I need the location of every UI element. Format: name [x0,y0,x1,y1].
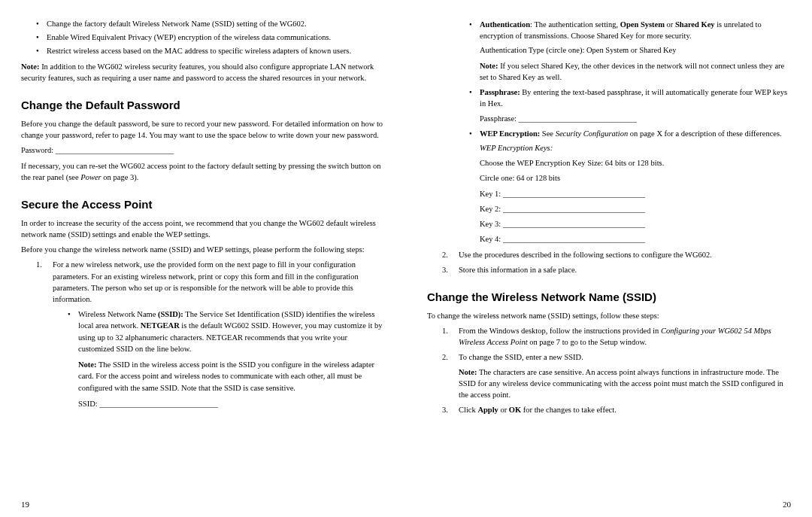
body-text: Before you change the wireless network n… [21,244,385,255]
key3-fill-line: Key 3: _________________________________… [480,218,791,230]
steps-list-right: 2.Use the procedures described in the fo… [442,249,791,275]
step-item: 1. For a new wireless network, use the p… [36,259,385,409]
note-paragraph: Note: The characters are case sensitive.… [459,366,791,401]
right-sub-bullets: Authentication: The authentication setti… [469,19,791,245]
page-number: 19 [21,499,29,511]
sub-bullet: Wireless Network Name (SSID): The Servic… [68,309,385,409]
step-item: 2.To change the SSID, enter a new SSID. … [442,351,791,400]
passphrase-fill-line: Passphrase: ____________________________… [480,113,791,124]
note-paragraph: Note: The SSID in the wireless access po… [78,359,385,394]
heading-secure-access-point: Secure the Access Point [21,196,385,213]
page-left: Change the factory default Wireless Netw… [0,15,406,511]
body-text: If necessary, you can re-set the WG602 a… [21,160,385,183]
ssid-fill-line: SSID: ______________________________ [78,398,385,409]
note-paragraph: Note: In addition to the WG602 wireless … [21,61,385,84]
heading-change-password: Change the Default Password [21,97,385,114]
intro-bullets: Change the factory default Wireless Netw… [36,18,385,57]
key4-fill-line: Key 4: _________________________________… [480,233,791,245]
sub-bullet: WEP Encryption: See Security Configurati… [469,128,791,245]
body-text: Circle one: 64 or 128 bits [480,172,791,184]
body-text: Choose the WEP Encryption Key Size: 64 b… [480,157,791,169]
step-item: 3.Click Apply or OK for the changes to t… [442,404,791,415]
body-text: Authentication Type (circle one): Open S… [480,44,791,56]
body-text: Before you change the default password, … [21,118,385,141]
bullet-item: Restrict wireless access based on the MA… [36,45,385,56]
step-item: 1.From the Windows desktop, follow the i… [442,325,791,348]
note-paragraph: Note: If you select Shared Key, the othe… [480,60,791,83]
sub-bullet: Passphrase: By entering the text-based p… [469,87,791,124]
key1-fill-line: Key 1: _________________________________… [480,188,791,199]
ssid-steps: 1.From the Windows desktop, follow the i… [442,325,791,416]
step-item: 2.Use the procedures described in the fo… [442,249,791,260]
page-number: 20 [783,499,791,511]
heading-change-ssid: Change the Wireless Network Name (SSID) [427,289,791,306]
body-text: In order to increase the security of the… [21,217,385,240]
sub-bullet: Authentication: The authentication setti… [469,19,791,83]
key2-fill-line: Key 2: _________________________________… [480,203,791,214]
password-fill-line: Password: ______________________________ [21,144,385,156]
step-item: 3.Store this information in a safe place… [442,264,791,275]
page-right: Authentication: The authentication setti… [406,15,812,511]
steps-list: 1. For a new wireless network, use the p… [36,259,385,409]
bullet-item: Change the factory default Wireless Netw… [36,18,385,29]
wep-keys-label: WEP Encryption Keys: [480,142,791,154]
bullet-item: Enable Wired Equivalent Privacy (WEP) en… [36,32,385,43]
body-text: To change the wireless network name (SSI… [427,310,791,321]
